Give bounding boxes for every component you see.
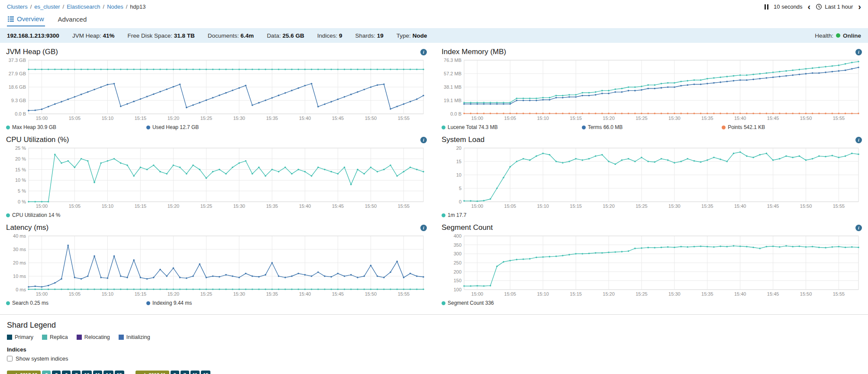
chevron-left-icon[interactable]: ‹ <box>808 4 811 10</box>
node-summary-bar: 192.168.1.213:9300JVM Heap: 41%Free Disk… <box>0 28 868 43</box>
y-tick-label: 37.3 GB <box>9 58 26 63</box>
legend-label: Used Heap 12.7 GB <box>152 124 199 130</box>
shard-box-primary[interactable]: 7 <box>72 371 81 374</box>
x-tick-label: 15:20 <box>168 203 180 209</box>
breadcrumb-separator: / <box>30 3 32 10</box>
shard-box-primary[interactable]: 7 <box>181 371 189 374</box>
shard-box-primary[interactable]: 11 <box>93 371 103 374</box>
x-tick-label: 15:15 <box>135 291 147 297</box>
chart-plot-latency-ms[interactable]: 15:0015:0515:1015:1515:2015:2515:3015:35… <box>5 233 428 298</box>
charts-grid: JVM Heap (GB)i15:0015:0515:1015:1515:201… <box>0 43 868 313</box>
x-tick-label: 15:30 <box>668 203 681 209</box>
legend-dot <box>442 126 445 129</box>
stat-label: Indices: <box>317 32 338 39</box>
breadcrumb-link-nodes[interactable]: Nodes <box>107 3 123 10</box>
chart-canvas-cpu-utilization[interactable]: 15:0015:0515:1015:1515:2015:2515:3015:35… <box>5 145 428 210</box>
chart-plot-system-load[interactable]: 15:0015:0515:1015:1515:2015:2515:3015:35… <box>441 145 863 210</box>
chart-legend-cpu-utilization: CPU Utilization 14 % <box>5 210 428 220</box>
y-tick-label: 57.2 MB <box>444 71 461 76</box>
stat-value: Node <box>413 32 427 39</box>
legend-label: Terms 66.0 MB <box>588 124 623 130</box>
info-icon[interactable]: i <box>855 225 862 231</box>
y-tick-label: 15 % <box>15 167 26 172</box>
y-tick-label: 0 ms <box>16 287 26 292</box>
shard-box-primary[interactable]: 10 <box>82 371 91 374</box>
x-tick-label: 15:10 <box>102 291 114 297</box>
shard-box-primary[interactable]: 6 <box>62 371 71 374</box>
x-tick-label: 15:40 <box>299 116 311 121</box>
chevron-right-icon[interactable]: › <box>858 4 861 10</box>
pause-icon[interactable] <box>765 4 768 10</box>
legend-item-search-0-25-ms: Search 0.25 ms <box>6 300 146 306</box>
chart-canvas-latency-ms[interactable]: 15:0015:0515:1015:1515:2015:2515:3015:35… <box>5 233 428 298</box>
chart-canvas-system-load[interactable]: 15:0015:0515:1015:1515:2015:2515:3015:35… <box>441 145 863 210</box>
legend-item-1m-17-7: 1m 17.7 <box>442 212 582 218</box>
stat-value: 31.8 TB <box>174 32 195 39</box>
tab-overview-label: Overview <box>17 15 44 23</box>
chart-header-cpu-utilization: CPU Utilization (%)i <box>5 133 428 145</box>
stat-value: 19 <box>377 32 384 39</box>
time-range[interactable]: Last 1 hour <box>825 3 853 10</box>
series-line-used-heap-12-7-gb <box>29 84 423 110</box>
shard-type-label: Replica <box>50 334 68 340</box>
shard-box-primary[interactable]: 3 <box>52 371 61 374</box>
chart-plot-jvm-heap-gb[interactable]: 15:0015:0515:1015:1515:2015:2515:3015:35… <box>5 58 428 123</box>
x-tick-label: 15:45 <box>332 116 344 121</box>
chart-plot-index-memory-mb[interactable]: 15:0015:0515:1015:1515:2015:2515:3015:35… <box>441 58 863 123</box>
x-tick-label: 15:15 <box>570 291 582 297</box>
chart-header-jvm-heap-gb: JVM Heap (GB)i <box>5 45 428 58</box>
tab-advanced[interactable]: Advanced <box>57 13 88 26</box>
shard-box-primary[interactable]: 14 <box>103 371 113 374</box>
shard-box-primary[interactable]: 15 <box>115 371 124 374</box>
chart-panel-cpu-utilization: CPU Utilization (%)i15:0015:0515:1015:15… <box>5 133 428 221</box>
y-tick-label: 5 % <box>18 188 26 193</box>
index-badge[interactable]: ssh-2017.10 <box>7 371 41 374</box>
breadcrumb-separator: / <box>103 3 105 10</box>
info-icon[interactable]: i <box>855 137 862 143</box>
y-tick-label: 40 ms <box>13 233 26 239</box>
top-bar: Clusters/es_cluster/Elasticsearch/Nodes/… <box>0 0 868 12</box>
breadcrumb-link-clusters[interactable]: Clusters <box>7 3 28 10</box>
show-system-indices-checkbox[interactable] <box>7 356 13 361</box>
info-icon[interactable]: i <box>420 225 427 231</box>
x-tick-label: 15:05 <box>69 291 81 297</box>
breadcrumb-link-elasticsearch[interactable]: Elasticsearch <box>67 3 100 10</box>
legend-item-lucene-total-74-3-mb: Lucene Total 74.3 MB <box>442 124 582 130</box>
x-tick-label: 15:55 <box>398 203 410 209</box>
y-tick-label: 400 <box>454 233 461 239</box>
shard-box-primary[interactable]: 11 <box>190 371 200 374</box>
info-icon[interactable]: i <box>420 49 427 55</box>
index-badge[interactable]: ssh-2017.11 <box>136 371 169 374</box>
x-tick-label: 15:55 <box>833 203 845 209</box>
chart-plot-segment-count[interactable]: 15:0015:0515:1015:1515:2015:2515:3015:35… <box>441 233 863 298</box>
stat-value: 6.4m <box>241 32 254 39</box>
x-tick-label: 15:50 <box>365 116 377 121</box>
x-tick-label: 15:55 <box>833 291 845 297</box>
x-tick-label: 15:50 <box>800 116 812 121</box>
y-tick-label: 15 <box>456 159 461 164</box>
y-tick-label: 20 % <box>15 156 26 161</box>
chart-canvas-jvm-heap-gb[interactable]: 15:0015:0515:1015:1515:2015:2515:3015:35… <box>5 58 428 123</box>
chart-plot-cpu-utilization[interactable]: 15:0015:0515:1015:1515:2015:2515:3015:35… <box>5 145 428 210</box>
x-tick-label: 15:35 <box>701 116 713 121</box>
chart-canvas-index-memory-mb[interactable]: 15:0015:0515:1015:1515:2015:2515:3015:35… <box>441 58 863 123</box>
info-icon[interactable]: i <box>420 137 427 143</box>
x-tick-label: 15:00 <box>471 116 484 121</box>
x-tick-label: 15:45 <box>332 203 344 209</box>
tab-overview[interactable]: Overview <box>7 13 45 26</box>
breadcrumb-link-es-cluster[interactable]: es_cluster <box>34 3 60 10</box>
x-tick-label: 15:25 <box>200 116 213 121</box>
shard-box-primary[interactable]: 3 <box>171 371 179 374</box>
chart-panel-latency-ms: Latency (ms)i15:0015:0515:1015:1515:2015… <box>5 221 428 309</box>
shard-group-ssh-2017-10: ssh-2017.10236710111415 <box>7 371 124 374</box>
legend-dot <box>146 301 150 305</box>
show-system-indices[interactable]: Show system indices <box>7 355 68 362</box>
shard-box-primary[interactable]: 15 <box>201 371 210 374</box>
legend-item-indexing-9-44-ms: Indexing 9.44 ms <box>146 300 287 306</box>
info-icon[interactable]: i <box>855 49 862 55</box>
shard-box-replica[interactable]: 2 <box>42 371 51 374</box>
chart-title-cpu-utilization: CPU Utilization (%) <box>6 135 69 144</box>
legend-dot <box>722 126 726 129</box>
refresh-interval[interactable]: 10 seconds <box>774 3 803 10</box>
chart-canvas-segment-count[interactable]: 15:0015:0515:1015:1515:2015:2515:3015:35… <box>441 233 863 298</box>
